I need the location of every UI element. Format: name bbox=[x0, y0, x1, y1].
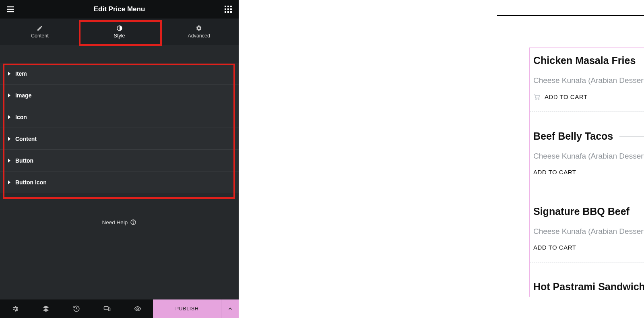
price-menu-widget[interactable]: Chicken Masala Fries $12.48 Cheese Kunaf… bbox=[529, 47, 644, 297]
caret-right-icon bbox=[8, 93, 10, 97]
style-sections: Item Image Icon Content Button Button Ic… bbox=[0, 45, 239, 193]
menu-item-description: Cheese Kunafa (Arabian Dessert) bbox=[533, 227, 644, 236]
tab-style[interactable]: Style bbox=[80, 19, 159, 45]
section-label: Image bbox=[15, 92, 31, 99]
tab-content[interactable]: Content bbox=[0, 19, 80, 45]
panel-footer: PUBLISH bbox=[0, 299, 239, 318]
svg-point-18 bbox=[536, 99, 537, 99]
section-content[interactable]: Content bbox=[0, 128, 239, 150]
menu-item: Beef Belly Tacos $12.48 Cheese Kunafa (A… bbox=[530, 112, 644, 187]
svg-rect-8 bbox=[230, 8, 232, 10]
publish-options-button[interactable] bbox=[221, 299, 239, 318]
caret-right-icon bbox=[8, 115, 10, 119]
cart-label: ADD TO CART bbox=[545, 93, 587, 100]
menu-item-title: Hot Pastrami Sandwich bbox=[533, 281, 644, 293]
menu-item-header: Beef Belly Tacos $12.48 bbox=[533, 130, 644, 142]
devices-icon bbox=[103, 305, 111, 312]
price-leader-line bbox=[619, 136, 644, 137]
section-image[interactable]: Image bbox=[0, 85, 239, 106]
panel-header: Edit Price Menu bbox=[0, 0, 239, 19]
section-icon[interactable]: Icon bbox=[0, 106, 239, 128]
preview-button[interactable] bbox=[122, 299, 153, 318]
price-leader-line bbox=[642, 61, 644, 61]
gear-icon bbox=[12, 305, 19, 312]
section-item[interactable]: Item bbox=[0, 63, 239, 85]
section-label: Button bbox=[15, 157, 33, 164]
svg-rect-16 bbox=[108, 308, 110, 311]
pencil-icon bbox=[37, 25, 43, 31]
settings-button[interactable] bbox=[0, 299, 31, 318]
svg-rect-3 bbox=[225, 6, 226, 7]
cart-icon bbox=[533, 93, 541, 100]
svg-rect-5 bbox=[230, 6, 232, 7]
section-button-icon[interactable]: Button Icon bbox=[0, 171, 239, 193]
contrast-icon bbox=[116, 25, 123, 31]
publish-label: PUBLISH bbox=[175, 306, 199, 312]
svg-rect-6 bbox=[225, 8, 226, 10]
history-icon bbox=[73, 305, 80, 312]
responsive-button[interactable] bbox=[92, 299, 122, 318]
caret-right-icon bbox=[8, 137, 10, 141]
navigator-button[interactable] bbox=[31, 299, 61, 318]
cart-label: ADD TO CART bbox=[533, 244, 576, 251]
menu-item: Chicken Masala Fries $12.48 Cheese Kunaf… bbox=[530, 48, 644, 112]
panel-title: Edit Price Menu bbox=[15, 5, 223, 13]
svg-rect-11 bbox=[230, 11, 232, 13]
menu-item-title: Chicken Masala Fries bbox=[533, 55, 636, 66]
caret-right-icon bbox=[8, 72, 10, 76]
section-label: Item bbox=[15, 70, 27, 77]
svg-rect-9 bbox=[225, 11, 226, 13]
tab-label: Style bbox=[114, 33, 125, 39]
cart-label: ADD TO CART bbox=[533, 169, 576, 176]
need-help-link[interactable]: Need Help bbox=[0, 219, 239, 225]
need-help-label: Need Help bbox=[102, 219, 128, 225]
section-button[interactable]: Button bbox=[0, 150, 239, 171]
history-button[interactable] bbox=[61, 299, 92, 318]
caret-right-icon bbox=[8, 159, 10, 163]
svg-point-14 bbox=[133, 223, 134, 224]
menu-item-header: Signature BBQ Beef $12.48 bbox=[533, 206, 644, 217]
widgets-grid-icon[interactable] bbox=[223, 4, 233, 14]
svg-point-19 bbox=[538, 99, 539, 99]
menu-item: Signature BBQ Beef $12.48 Cheese Kunafa … bbox=[530, 187, 644, 262]
eye-icon bbox=[134, 305, 141, 312]
section-label: Content bbox=[15, 136, 37, 142]
menu-item-header: Hot Pastrami Sandwich $12.48 bbox=[533, 281, 644, 293]
help-circle-icon bbox=[130, 219, 136, 225]
preview-canvas: Chicken Masala Fries $12.48 Cheese Kunaf… bbox=[239, 0, 644, 318]
tab-label: Advanced bbox=[188, 33, 210, 39]
menu-item-title: Signature BBQ Beef bbox=[533, 206, 630, 217]
add-to-cart-button[interactable]: ADD TO CART bbox=[533, 169, 644, 176]
layers-icon bbox=[42, 305, 50, 312]
svg-point-17 bbox=[137, 308, 139, 310]
tab-label: Content bbox=[31, 33, 49, 39]
section-label: Icon bbox=[15, 114, 27, 120]
menu-item-description: Cheese Kunafa (Arabian Dessert) bbox=[533, 76, 644, 85]
publish-button[interactable]: PUBLISH bbox=[153, 299, 221, 318]
add-to-cart-button[interactable]: ADD TO CART bbox=[533, 93, 644, 100]
panel-tabs: Content Style Advanced bbox=[0, 19, 239, 45]
divider bbox=[497, 15, 644, 16]
elementor-panel: Edit Price Menu Content Style Advanced bbox=[0, 0, 239, 318]
svg-rect-4 bbox=[227, 6, 229, 7]
gear-icon bbox=[196, 25, 202, 31]
section-label: Button Icon bbox=[15, 179, 47, 186]
svg-rect-10 bbox=[227, 11, 229, 13]
hamburger-icon[interactable] bbox=[6, 4, 15, 14]
svg-rect-15 bbox=[104, 307, 109, 310]
tab-advanced[interactable]: Advanced bbox=[159, 19, 239, 45]
add-to-cart-button[interactable]: ADD TO CART bbox=[533, 244, 644, 251]
menu-item-description: Cheese Kunafa (Arabian Dessert) bbox=[533, 152, 644, 161]
menu-item-title: Beef Belly Tacos bbox=[533, 130, 613, 142]
svg-rect-7 bbox=[227, 8, 229, 10]
caret-right-icon bbox=[8, 180, 10, 184]
price-leader-line bbox=[636, 212, 644, 212]
menu-item: Hot Pastrami Sandwich $12.48 bbox=[530, 262, 644, 297]
menu-item-header: Chicken Masala Fries $12.48 bbox=[533, 55, 644, 66]
